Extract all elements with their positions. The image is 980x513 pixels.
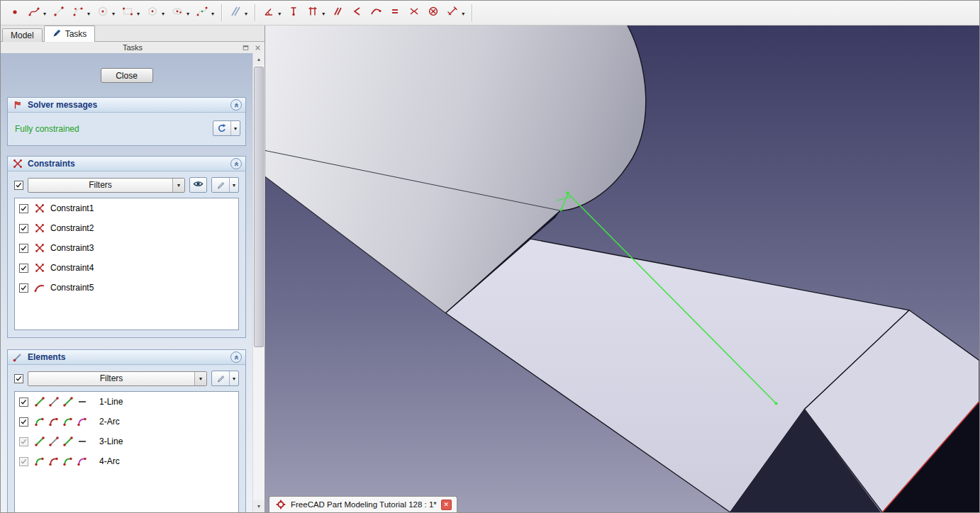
constrain-tangent-icon bbox=[370, 6, 382, 20]
constrain-block-button[interactable] bbox=[424, 4, 442, 22]
scrollbar-up-arrow[interactable]: ▲ bbox=[253, 53, 265, 65]
constrain-tangent-button[interactable] bbox=[367, 4, 385, 22]
scrollbar-down-arrow[interactable]: ▼ bbox=[253, 500, 265, 512]
constrain-symmetric-icon bbox=[408, 6, 420, 20]
panel-scrollbar[interactable]: ▲ ▼ bbox=[252, 53, 265, 512]
solver-messages-icon bbox=[11, 99, 23, 111]
sketch-vertex[interactable] bbox=[775, 402, 778, 405]
create-polygon-dropdown-arrow[interactable]: ▾ bbox=[162, 11, 165, 17]
sketcher-toolbar: ▾▾▾▾▾▾▾ ▾ ▾▾▾ bbox=[1, 1, 979, 26]
element-row[interactable]: 2-Arc bbox=[15, 412, 238, 432]
constrain-block-icon bbox=[428, 6, 439, 20]
toolbar-separator bbox=[255, 4, 255, 21]
tasks-panel-titlebar: Tasks bbox=[1, 42, 265, 53]
element-checkbox[interactable] bbox=[19, 398, 28, 407]
constraint-row[interactable]: Constraint3 bbox=[15, 238, 238, 258]
element-checkbox[interactable] bbox=[19, 457, 28, 466]
collapse-solver-button[interactable] bbox=[230, 99, 242, 111]
solver-section-title: Solver messages bbox=[28, 100, 97, 110]
constrain-angle-dropdown-arrow[interactable]: ▾ bbox=[278, 11, 281, 17]
constraint-label: Constraint5 bbox=[50, 283, 94, 293]
element-row[interactable]: 3-Line bbox=[15, 432, 238, 451]
element-row[interactable]: 4-Arc bbox=[15, 451, 238, 471]
create-bspline-dropdown-arrow[interactable]: ▾ bbox=[211, 11, 214, 17]
create-line-button[interactable] bbox=[50, 4, 68, 22]
element-checkbox[interactable] bbox=[19, 437, 28, 446]
constraint-row[interactable]: Constraint1 bbox=[15, 198, 238, 218]
constraint-label: Constraint4 bbox=[50, 263, 94, 273]
view-tab-label: Model bbox=[11, 30, 34, 40]
constraint-row[interactable]: Constraint2 bbox=[15, 218, 238, 238]
constrain-symmetric-button[interactable] bbox=[405, 4, 423, 22]
close-panel-icon[interactable] bbox=[254, 44, 261, 51]
constraints-filter-dropdown-arrow[interactable]: ▾ bbox=[172, 179, 184, 192]
constrain-distance-dropdown-arrow[interactable]: ▾ bbox=[322, 11, 325, 17]
create-ellipse-dropdown-arrow[interactable]: ▾ bbox=[186, 11, 189, 17]
constrain-angle-button[interactable] bbox=[260, 4, 278, 22]
create-arc-dropdown-arrow[interactable]: ▾ bbox=[87, 11, 90, 17]
collapse-elements-button[interactable] bbox=[230, 351, 242, 363]
view-tab-model[interactable]: Model bbox=[2, 28, 43, 42]
refresh-dropdown-arrow[interactable]: ▾ bbox=[230, 121, 240, 135]
constrain-dimension-button[interactable] bbox=[443, 4, 462, 22]
constraint-row[interactable]: Constraint4 bbox=[15, 258, 238, 278]
constrain-parallel-button[interactable] bbox=[328, 4, 347, 22]
constrain-perpendicular-button[interactable] bbox=[347, 4, 366, 22]
constrain-distance-button[interactable] bbox=[304, 4, 322, 22]
auto-update-button[interactable]: ▾ bbox=[213, 120, 240, 136]
element-label: 4-Arc bbox=[99, 456, 120, 466]
constrain-angle-icon bbox=[263, 6, 274, 20]
create-rectangle-button[interactable] bbox=[118, 4, 137, 22]
constraint-checkbox[interactable] bbox=[19, 244, 28, 253]
document-tab[interactable]: FreeCAD Part Modeling Tutorial 128 : 1* … bbox=[269, 496, 457, 512]
create-arc-button[interactable] bbox=[69, 4, 87, 22]
constrain-equal-icon bbox=[389, 6, 401, 20]
3d-viewport[interactable]: FreeCAD Part Modeling Tutorial 128 : 1* … bbox=[265, 26, 979, 512]
trim-tools-button[interactable] bbox=[226, 4, 245, 22]
elements-filter-dropdown-arrow[interactable]: ▾ bbox=[194, 372, 206, 385]
create-circle-icon bbox=[97, 6, 108, 20]
combo-view-panel: ModelTasks Tasks Close Solver messages bbox=[1, 26, 265, 512]
create-polyline-dropdown-arrow[interactable]: ▾ bbox=[43, 11, 46, 17]
constraints-filter-combobox[interactable]: Filters ▾ bbox=[28, 178, 185, 193]
float-panel-icon[interactable] bbox=[242, 44, 249, 51]
create-rectangle-dropdown-arrow[interactable]: ▾ bbox=[137, 11, 140, 17]
constraint-checkbox[interactable] bbox=[19, 283, 28, 293]
constraint-checkbox[interactable] bbox=[19, 204, 28, 213]
element-row[interactable]: 1-Line bbox=[15, 392, 238, 412]
create-polygon-button[interactable] bbox=[143, 4, 162, 22]
constraints-settings-button[interactable]: ▾ bbox=[211, 177, 239, 193]
constraints-settings-dropdown-arrow[interactable]: ▾ bbox=[229, 178, 238, 192]
collapse-constraints-button[interactable] bbox=[230, 158, 242, 169]
constraints-filter-checkbox[interactable] bbox=[14, 181, 23, 190]
create-circle-dropdown-arrow[interactable]: ▾ bbox=[112, 11, 115, 17]
create-circle-button[interactable] bbox=[94, 4, 112, 22]
elements-filter-checkbox[interactable] bbox=[14, 374, 23, 383]
elements-filter-combobox[interactable]: Filters ▾ bbox=[28, 371, 207, 386]
elements-settings-button[interactable]: ▾ bbox=[211, 371, 239, 386]
scrollbar-thumb[interactable] bbox=[254, 67, 264, 347]
create-polyline-button[interactable] bbox=[25, 4, 43, 22]
create-point-button[interactable] bbox=[6, 4, 24, 22]
close-task-button[interactable]: Close bbox=[101, 68, 153, 83]
constrain-vertical-distance-button[interactable] bbox=[284, 4, 303, 22]
sketch-vertex[interactable] bbox=[559, 208, 562, 211]
elements-settings-dropdown-arrow[interactable]: ▾ bbox=[229, 371, 238, 385]
constrain-dimension-dropdown-arrow[interactable]: ▾ bbox=[462, 11, 464, 17]
element-checkbox[interactable] bbox=[19, 417, 28, 427]
view-tab-tasks[interactable]: Tasks bbox=[44, 26, 96, 42]
refresh-icon bbox=[213, 123, 230, 133]
create-bspline-button[interactable] bbox=[193, 4, 211, 22]
trim-tools-dropdown-arrow[interactable]: ▾ bbox=[245, 11, 247, 17]
constraint-checkbox[interactable] bbox=[19, 264, 28, 273]
constraint-row[interactable]: Constraint5 bbox=[15, 278, 238, 298]
constraints-section-title: Constraints bbox=[28, 159, 75, 169]
show-hide-constraints-button[interactable] bbox=[189, 177, 207, 193]
constraint-label: Constraint3 bbox=[50, 243, 94, 253]
create-ellipse-button[interactable] bbox=[168, 4, 186, 22]
constraint-checkbox[interactable] bbox=[19, 224, 28, 233]
constrain-equal-button[interactable] bbox=[386, 4, 404, 22]
arc-mode-icons bbox=[33, 416, 88, 427]
document-close-button[interactable]: ✕ bbox=[441, 500, 452, 510]
sketch-vertex[interactable] bbox=[566, 191, 569, 194]
